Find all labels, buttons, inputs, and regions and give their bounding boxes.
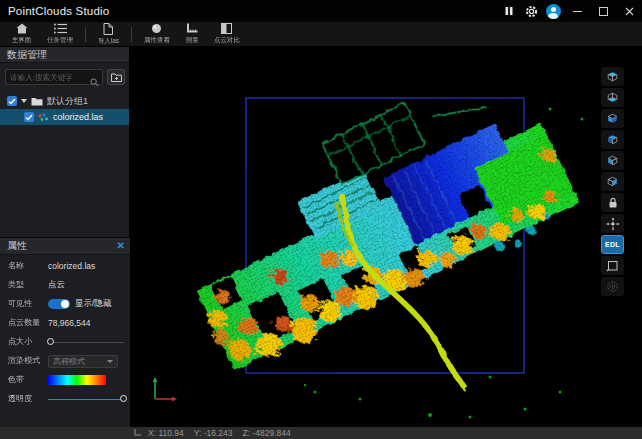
- prop-label: 点大小: [8, 336, 46, 347]
- app-window: PointClouds Studio 主界面 任务管理: [0, 0, 642, 439]
- view-left-icon: [605, 153, 620, 168]
- prop-label: 渲染模式: [8, 355, 46, 366]
- view-right-button[interactable]: [601, 172, 624, 191]
- search-placeholder: 请输入:搜索关键字: [10, 72, 73, 82]
- properties-header: 属性 ✕: [0, 238, 130, 255]
- toolbar-button-label: 测量: [186, 35, 199, 44]
- lock-view-button[interactable]: [601, 193, 624, 212]
- render-mode-value: 高程模式: [53, 356, 85, 367]
- colorband-select[interactable]: [48, 375, 106, 385]
- render-mode-select[interactable]: 高程模式: [48, 355, 118, 368]
- pan-view-button[interactable]: [601, 214, 624, 233]
- toolbar-button-pointcloud-compare[interactable]: 点云对比: [206, 22, 248, 46]
- prop-row-type: 类型 点云: [0, 277, 130, 293]
- render-effect-icon: [606, 280, 619, 293]
- visibility-toggle[interactable]: [48, 299, 70, 309]
- prop-row-point-size: 点大小: [0, 334, 130, 350]
- properties-title: 属性: [7, 238, 27, 254]
- prop-label: 名称: [8, 260, 46, 271]
- toggle-label: 显示/隐藏: [75, 298, 111, 310]
- toolbar-button-measure[interactable]: 测量: [178, 22, 206, 46]
- select-box-icon: [606, 259, 619, 272]
- toolbar-button-property-view[interactable]: 属性查看: [136, 22, 178, 46]
- view-bottom-button[interactable]: [601, 88, 624, 107]
- axis-gizmo: [153, 377, 177, 401]
- view-top-button[interactable]: [601, 67, 624, 86]
- prop-label: 点云数量: [8, 317, 46, 328]
- gear-icon[interactable]: [520, 0, 542, 22]
- view-right-icon: [605, 174, 620, 189]
- user-avatar[interactable]: [542, 0, 564, 22]
- opacity-slider[interactable]: [48, 394, 124, 404]
- view-left-button[interactable]: [601, 151, 624, 170]
- prop-label: 可见性: [8, 298, 46, 309]
- view-front-button[interactable]: [601, 109, 624, 128]
- toolbar-separator: [131, 27, 132, 42]
- view-back-icon: [605, 132, 620, 147]
- minimize-icon[interactable]: [564, 0, 590, 22]
- add-data-button[interactable]: [107, 69, 125, 85]
- prop-label: 色带: [8, 374, 46, 385]
- measure-icon: [186, 23, 198, 34]
- prop-row-colorband: 色带: [0, 372, 130, 388]
- data-management-panel: 数据管理 请输入:搜索关键字 默认分组1: [0, 47, 130, 427]
- pause-icon[interactable]: [498, 0, 520, 22]
- file-label: colorized.las: [53, 112, 103, 122]
- search-row: 请输入:搜索关键字: [0, 63, 129, 91]
- toolbar-button-label: 导入las: [98, 36, 119, 45]
- tree-item-row[interactable]: colorized.las: [0, 109, 129, 125]
- compare-icon: [221, 23, 232, 34]
- toolbar-button-label: 主界面: [12, 35, 31, 44]
- search-input[interactable]: 请输入:搜索关键字: [5, 69, 103, 85]
- chevron-down-icon: [107, 360, 113, 363]
- view-toolbar: EDL: [599, 67, 626, 296]
- toolbar-separator: [85, 27, 86, 42]
- prop-value: 78,966,544: [48, 318, 91, 328]
- lock-icon: [607, 196, 619, 209]
- view-top-icon: [605, 69, 620, 84]
- checkbox-checked[interactable]: [7, 96, 17, 106]
- task-list-icon: [54, 23, 67, 34]
- checkbox-checked[interactable]: [24, 112, 34, 122]
- toolbar-button-import-las[interactable]: 导入las: [90, 22, 127, 46]
- prop-label: 类型: [8, 279, 46, 290]
- properties-panel: 属性 ✕ 名称 colorized.las 类型 点云 可见性 显示/隐藏 点云…: [0, 237, 130, 428]
- toolbar-button-home[interactable]: 主界面: [4, 22, 39, 46]
- prop-value: colorized.las: [48, 261, 95, 271]
- layer-tree: 默认分组1 colorized.las: [0, 93, 129, 125]
- view-back-button[interactable]: [601, 130, 624, 149]
- group-label: 默认分组1: [47, 95, 88, 108]
- import-file-icon: [103, 23, 113, 35]
- home-icon: [16, 23, 28, 34]
- toolbar-button-task-manager[interactable]: 任务管理: [39, 22, 81, 46]
- prop-row-name: 名称 colorized.las: [0, 258, 130, 274]
- prop-row-opacity: 透明度: [0, 391, 130, 407]
- edl-toggle[interactable]: EDL: [601, 235, 624, 254]
- chevron-down-icon[interactable]: [21, 99, 27, 103]
- cursor-coordinates: X: 110.94 Y: -16.243 Z: -4829.844: [148, 428, 291, 438]
- coord-y: Y: -16.243: [194, 428, 233, 438]
- point-size-slider[interactable]: [48, 337, 124, 347]
- render-effect-button[interactable]: [601, 277, 624, 296]
- coord-x: X: 110.94: [148, 428, 184, 438]
- toolbar-button-label: 点云对比: [214, 35, 240, 44]
- toolbar-button-label: 属性查看: [144, 35, 170, 44]
- viewport-3d[interactable]: [130, 47, 642, 427]
- close-icon[interactable]: [616, 0, 642, 22]
- pointcloud-scene: [130, 47, 642, 427]
- coord-z: Z: -4829.844: [243, 428, 291, 438]
- add-folder-icon: [111, 72, 122, 82]
- pan-move-icon: [606, 217, 620, 231]
- sphere-icon: [151, 23, 162, 34]
- pointcloud-file-icon: [38, 113, 49, 122]
- tree-group-row[interactable]: 默认分组1: [0, 93, 129, 109]
- maximize-icon[interactable]: [590, 0, 616, 22]
- title-bar: PointClouds Studio: [0, 0, 642, 22]
- select-box-button[interactable]: [601, 256, 624, 275]
- search-icon: [90, 73, 99, 91]
- close-icon[interactable]: ✕: [117, 238, 125, 254]
- view-bottom-icon: [605, 90, 620, 105]
- coordinates-icon: [134, 428, 142, 438]
- prop-label: 透明度: [8, 393, 46, 404]
- folder-icon: [31, 97, 43, 106]
